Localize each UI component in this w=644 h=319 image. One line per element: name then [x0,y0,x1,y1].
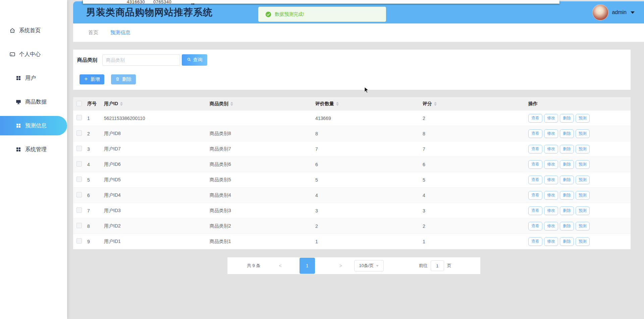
row-action-view-button[interactable]: 查看 [528,206,542,215]
monitor-icon [15,99,21,105]
row-action-edit-button[interactable]: 修改 [544,160,558,169]
column-header-label: 评价数量 [315,101,334,106]
cell-category: 商品类别4 [210,192,315,198]
tab-home[interactable]: 首页 [88,29,98,36]
user-avatar[interactable] [592,4,608,20]
row-action-view-button[interactable]: 查看 [528,160,542,169]
table-row: 7用户ID3商品类别333查看修改删除预测 [73,203,631,218]
sidebar-item-users[interactable]: 用户 [0,71,67,85]
goto-page-input[interactable] [431,260,444,271]
row-checkbox-cell [73,177,87,183]
sidebar-item-system-home[interactable]: 系统首页 [0,23,67,38]
row-checkbox-cell [73,223,87,229]
cell-category: 商品类别5 [210,177,315,183]
row-action-edit-button[interactable]: 修改 [544,114,558,123]
row-action-delete-button[interactable]: 删除 [560,145,574,153]
row-action-delete-button[interactable]: 删除 [560,160,574,169]
cell-user_id: 用户ID5 [104,177,210,183]
user-menu[interactable]: admin [592,4,635,20]
row-action-predict-button[interactable]: 预测 [576,160,590,169]
row-action-predict-button[interactable]: 预测 [576,145,590,153]
row-action-delete-button[interactable]: 删除 [560,114,574,123]
row-action-edit-button[interactable]: 修改 [544,191,558,200]
row-action-view-button[interactable]: 查看 [528,191,542,200]
row-action-delete-button[interactable]: 删除 [560,206,574,215]
table-row: 2用户ID8商品类别888查看修改删除预测 [73,126,631,141]
row-action-delete-button[interactable]: 删除 [560,191,574,200]
row-action-view-button[interactable]: 查看 [528,129,542,138]
table-body: 156211533862001104136692查看修改删除预测2用户ID8商品… [73,111,631,249]
sidebar-item-personal-center[interactable]: 个人中心 [0,47,67,62]
add-button[interactable]: 新增 [79,74,104,84]
row-checkbox[interactable] [76,223,82,228]
row-action-edit-button[interactable]: 修改 [544,145,558,153]
row-checkbox[interactable] [76,115,82,120]
row-action-edit-button[interactable]: 修改 [544,206,558,215]
row-action-view-button[interactable]: 查看 [528,114,542,123]
row-checkbox-cell [73,115,87,121]
select-all-checkbox[interactable] [76,101,82,106]
cell-rating: 2 [423,116,528,121]
row-action-edit-button[interactable]: 修改 [544,222,558,231]
row-checkbox[interactable] [76,146,82,151]
row-action-delete-button[interactable]: 删除 [560,129,574,138]
row-action-delete-button[interactable]: 删除 [560,237,574,246]
row-action-view-button[interactable]: 查看 [528,237,542,246]
row-action-edit-button[interactable]: 修改 [544,129,558,138]
tab-predict-info[interactable]: 预测信息 [110,29,130,36]
row-action-edit-button[interactable]: 修改 [544,237,558,246]
row-checkbox[interactable] [76,130,82,136]
sort-icon[interactable] [120,102,123,106]
next-page-button[interactable]: > [339,263,342,268]
sort-icon[interactable] [336,102,339,106]
cell-index: 9 [87,239,104,244]
cell-index: 1 [87,116,104,121]
row-action-predict-button[interactable]: 预测 [576,191,590,200]
row-action-predict-button[interactable]: 预测 [576,129,590,138]
sidebar-item-system-admin[interactable]: 系统管理 [0,142,67,157]
row-checkbox[interactable] [76,161,82,167]
page-number-button[interactable]: 1 [300,258,315,274]
row-action-edit-button[interactable]: 修改 [544,176,558,184]
row-checkbox[interactable] [76,192,82,197]
column-header-label: 评分 [423,101,432,106]
row-action-predict-button[interactable]: 预测 [576,176,590,184]
cell-review_count: 2 [315,224,423,229]
row-checkbox-cell [73,207,87,214]
page-size-select[interactable]: 10条/页 [354,260,384,271]
overlay-number-2: 0765340 [153,0,171,4]
page-size-value: 10条/页 [359,263,374,269]
sidebar-item-predict-info[interactable]: 预测信息 [0,116,67,135]
row-action-view-button[interactable]: 查看 [528,145,542,153]
delete-button[interactable]: 删除 [111,74,136,84]
row-action-predict-button[interactable]: 预测 [576,237,590,246]
pagination: 共 9 条 < 1 > 10条/页 前往 页 [227,257,480,274]
cell-review_count: 3 [315,208,423,213]
sidebar-item-label: 商品数据 [25,99,47,106]
row-checkbox[interactable] [76,177,82,182]
column-header-label: 商品类别 [210,101,228,106]
table-header-row: 序号用户ID商品类别评价数量评分操作 [73,97,631,111]
row-action-delete-button[interactable]: 删除 [560,176,574,184]
sidebar-item-product-data[interactable]: 商品数据 [0,94,67,109]
query-button[interactable]: 查询 [182,54,207,66]
cell-rating: 8 [423,131,528,136]
row-checkbox[interactable] [76,238,82,244]
row-checkbox[interactable] [76,207,82,213]
sort-icon[interactable] [230,102,233,106]
row-action-view-button[interactable]: 查看 [528,222,542,231]
row-checkbox-cell [73,130,87,137]
sort-icon[interactable] [434,102,437,106]
row-action-view-button[interactable]: 查看 [528,176,542,184]
cell-rating: 6 [423,162,528,167]
row-action-predict-button[interactable]: 预测 [576,222,590,231]
row-action-predict-button[interactable]: 预测 [576,206,590,215]
table-row: 9用户ID1商品类别111查看修改删除预测 [73,234,631,249]
sidebar-nav: 系统首页个人中心用户商品数据预测信息系统管理 [0,23,67,157]
row-action-predict-button[interactable]: 预测 [576,114,590,123]
prev-page-button[interactable]: < [279,263,281,268]
table-row: 3用户ID7商品类别777查看修改删除预测 [73,141,631,157]
search-input[interactable] [102,54,180,66]
trash-icon [115,77,120,82]
row-action-delete-button[interactable]: 删除 [560,222,574,231]
